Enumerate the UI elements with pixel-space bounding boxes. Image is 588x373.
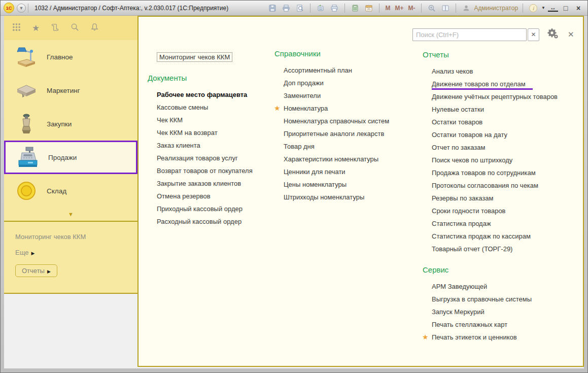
sidebar-more-menu[interactable]: Еще▶ [15,249,137,256]
menu-item[interactable]: Выгрузка в справочные системы [432,293,585,306]
panel-close-icon[interactable]: ✕ [568,30,574,39]
menu-item[interactable]: Отчет по заказам [432,141,585,154]
menu-item[interactable]: Расходный кассовый ордер [157,215,274,228]
system-menu-button[interactable]: ▼ [17,4,26,13]
sidebar-collapse-chevron-icon[interactable]: ▼ [4,208,137,221]
menu-item[interactable]: ★Номенклатура [284,102,417,115]
chevron-right-icon: ▶ [31,251,34,256]
history-icon[interactable] [51,23,59,33]
sidebar-item-marketing[interactable]: Маркетинг [4,74,137,107]
menu-item[interactable]: Цены номенклатуры [284,178,417,191]
split-view-icon[interactable] [440,3,451,14]
print-icon[interactable] [281,3,292,14]
menu-item[interactable]: ★Печать этикеток и ценников [432,331,585,344]
menu-item[interactable]: Статистика продаж [432,217,585,230]
menu-item[interactable]: Статистика продаж по кассирам [432,230,585,243]
menu-item[interactable]: Анализ чеков [432,65,585,78]
sidebar-item-prodazhi[interactable]: Продажи [4,141,137,174]
search-input[interactable] [412,28,527,41]
menu-item[interactable]: Нулевые остатки [432,103,585,116]
menu-item[interactable]: Сроки годности товаров [432,205,585,217]
menu-item[interactable]: Чек ККМ [157,114,274,126]
print-preview-icon[interactable] [294,3,305,14]
favorites-icon[interactable]: ★ [32,24,40,32]
attach-document-icon[interactable] [315,3,326,14]
documents-column: Документы Рабочее место фармацевтаКассов… [148,74,274,228]
menu-item[interactable]: Закрытие заказов клиентов [157,177,274,190]
sidebar-item-label: Закупки [47,120,72,128]
menu-item[interactable]: Заменители [284,89,417,102]
menu-item[interactable]: Кассовые смены [157,101,274,114]
menu-item[interactable]: Остатки товаров на дату [432,128,585,141]
coin-icon [13,181,40,201]
sidebar-panel: ★ Главное [4,16,137,294]
sidebar-nav: Главное Маркетинг Закупки [4,40,137,208]
menu-item[interactable]: Запуск Меркурий [432,306,585,318]
search-icon[interactable] [71,23,79,33]
notifications-bell-icon[interactable] [90,23,99,33]
monitoring-checks-link[interactable]: Мониторинг чеков ККМ [157,52,232,62]
toolbar-overflow-icon[interactable]: ▼ [541,6,545,10]
menu-item[interactable]: Реализация товаров услуг [157,152,274,164]
menu-item[interactable]: Остатки товаров [432,116,585,128]
menu-item[interactable]: Товарный отчет (ТОРГ-29) [432,243,585,255]
close-button[interactable]: × [573,4,583,12]
menu-item[interactable]: Движение товаров по отделам [432,78,585,90]
menu-item[interactable]: Чек ККМ на возврат [157,126,274,139]
service-list: АРМ ЗаведующейВыгрузка в справочные сист… [432,280,585,344]
scales-icon [13,81,40,99]
menu-item[interactable]: Возврат товаров от покупателя [157,164,274,177]
sidebar-monitoring-link[interactable]: Мониторинг чеков ККМ [15,233,137,241]
calendar-icon[interactable]: 31 [363,3,374,14]
settings-gear-icon[interactable] [546,28,559,41]
info-icon[interactable]: i [528,3,539,14]
zoom-icon[interactable] [426,3,437,14]
menu-item[interactable]: Протоколы согласования по чекам [432,179,585,192]
sidebar-item-label: Маркетинг [47,87,80,94]
section-header-catalogs: Справочники [274,49,417,58]
calculator-icon[interactable] [350,3,361,14]
separator [523,4,523,13]
separator [421,4,422,13]
main-menu-icon[interactable] [12,23,21,33]
memory-minus-button[interactable]: M- [407,5,417,12]
menu-item[interactable]: Рабочее место фармацевта [157,88,274,101]
menu-item[interactable]: Приходный кассовый ордер [157,202,274,215]
sidebar-reports-button[interactable]: Отчеты▶ [15,264,57,277]
sidebar-item-sklad[interactable]: Склад [4,174,137,208]
current-user-label[interactable]: Администратор [474,5,518,12]
catalogs-column: Справочники Ассортиментный планДоп прода… [274,49,417,204]
save-icon[interactable] [267,3,278,14]
search-clear-button[interactable]: ✕ [528,28,539,41]
menu-item[interactable]: Товар дня [284,140,417,153]
menu-item[interactable]: Заказ клиента [157,139,274,152]
cash-register-icon [15,146,41,168]
menu-item[interactable]: Штрихкоды номенклатуры [284,191,417,204]
menu-item[interactable]: Номенклатура справочных систем [284,115,417,127]
titlebar: 1С ▼ 1032 / Администратор / Софт-Аптека:… [1,1,587,16]
sidebar-item-zakupki[interactable]: Закупки [4,107,137,141]
menu-item[interactable]: Поиск чеков по штрихкоду [432,154,585,166]
print-document-icon[interactable] [329,3,340,14]
menu-item[interactable]: Приоритетные аналоги лекарств [284,127,417,140]
favorite-star-icon: ★ [422,331,429,344]
menu-item[interactable]: Характеристики номенклатуры [284,153,417,165]
maximize-button[interactable]: □ [561,4,571,12]
menu-item[interactable]: Продажа товаров по сотрудникам [432,166,585,179]
chevron-right-icon: ▶ [47,269,51,274]
menu-item[interactable]: Движение учётных рецептурных товаров [432,90,585,103]
dock-window-button[interactable]: ↔ [548,5,558,12]
memory-store-button[interactable]: M [384,5,391,12]
menu-item[interactable]: АРМ Заведующей [432,280,585,293]
menu-item[interactable]: Доп продажи [284,77,417,89]
sidebar-item-glavnoe[interactable]: Главное [4,40,137,74]
search-row: ✕ ✕ [412,28,574,41]
menu-item[interactable]: Печать стеллажных карт [432,318,585,331]
menu-item[interactable]: Отмена резервов [157,190,274,202]
menu-item[interactable]: Ассортиментный план [284,64,417,77]
memory-plus-button[interactable]: M+ [394,5,404,12]
menu-item[interactable]: Резервы по заказам [432,192,585,205]
lantern-icon [13,113,40,134]
menu-item[interactable]: Ценники для печати [284,165,417,178]
section-header-documents: Документы [148,74,274,82]
